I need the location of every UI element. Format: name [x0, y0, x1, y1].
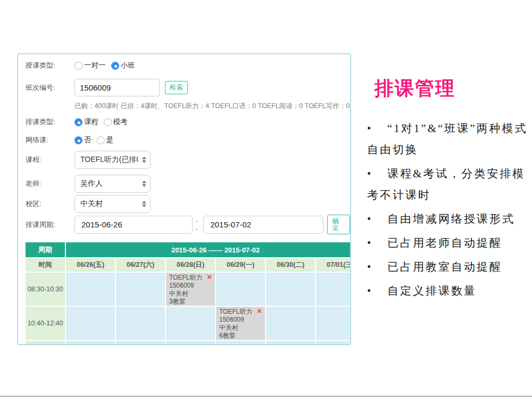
empty-slot-cell[interactable] — [216, 273, 265, 306]
feature-bullet: •课程&考试，分类安排模考不计课时 — [367, 163, 532, 206]
radio-yes-label: 是 — [106, 135, 114, 145]
radio-mock-exam[interactable]: 模考 — [104, 117, 128, 127]
empty-slot-cell[interactable] — [216, 341, 265, 345]
time-slot-label — [26, 341, 65, 345]
feature-list: •“1对1”&“班课”两种模式自由切换 •课程&考试，分类安排模考不计课时 •自… — [367, 118, 532, 301]
empty-slot-cell[interactable] — [66, 307, 115, 340]
campus-select-value: 中关村 — [80, 199, 103, 209]
course-row: 课程: TOEFL听力(已排0课 — [26, 151, 151, 169]
radio-no-label: 否 — [84, 135, 92, 145]
radio-small-class-label: 小班 — [121, 61, 135, 70]
scheduled-class-cell[interactable]: × TOEFL听力 1506009 中关村 3教室 — [166, 273, 215, 306]
period-corner-header: 周期 — [26, 242, 65, 257]
time-column-header: 时间 — [26, 258, 65, 272]
select-arrows-icon — [142, 157, 146, 163]
event-class-number: 1506009 — [169, 282, 212, 290]
campus-select[interactable]: 中关村 — [74, 195, 151, 213]
radio-yes[interactable]: 是 — [97, 135, 114, 145]
empty-slot-cell[interactable] — [316, 341, 351, 345]
empty-slot-cell[interactable] — [166, 341, 215, 345]
bullet-marker: • — [367, 208, 387, 230]
date-range-header: 2015-06-26 —— 2015-07-02 — [66, 242, 351, 257]
event-class-number: 1506009 — [219, 316, 262, 324]
period-start-input[interactable]: 2015-06-26 — [74, 216, 193, 234]
teaching-type-row: 授课类型: 一对一 小班 — [26, 61, 140, 70]
course-select-value: TOEFL听力(已排0课 — [80, 155, 138, 165]
feature-bullet: •已占用老师自动提醒 — [367, 232, 532, 254]
delete-class-icon[interactable]: × — [207, 273, 212, 281]
empty-slot-cell[interactable] — [116, 273, 165, 306]
bullet-marker: • — [367, 256, 387, 277]
online-class-label: 网络课: — [26, 135, 74, 145]
event-course-name: TOEFL听力 — [169, 274, 212, 282]
scheduled-class-cell[interactable]: × TOEFL听力 1506009 中关村 6教室 — [216, 307, 265, 340]
period-row: 排课周期: 2015-06-26 -- 2015-07-02 确定 — [26, 215, 350, 234]
slide: 授课类型: 一对一 小班 班次编号: 检索 已购：400课时 已排：4课时、TO… — [0, 0, 532, 400]
period-end-input[interactable]: 2015-07-02 — [203, 216, 323, 234]
online-class-row: 网络课: 否 是 — [26, 135, 119, 145]
event-room: 3教室 — [169, 298, 212, 306]
radio-course-label: 课程 — [84, 117, 98, 127]
scheduling-panel: 授课类型: 一对一 小班 班次编号: 检索 已购：400课时 已排：4课时、TO… — [17, 53, 351, 345]
purchased-hours-info: 已购：400课时 已排：4课时、TOEFL听力：4 TOEFL口语：0 TOEF… — [74, 102, 350, 111]
bullet-marker: • — [367, 163, 387, 184]
feature-text: 课程&考试，分类安排模考不计课时 — [367, 167, 525, 201]
radio-small-class[interactable]: 小班 — [111, 61, 135, 70]
day-header: 06/30(二) — [266, 258, 315, 272]
day-header: 06/28(日) — [166, 258, 215, 272]
class-number-label: 班次编号: — [26, 83, 74, 93]
event-campus: 中关村 — [169, 290, 212, 298]
teacher-row: 老师: 吴作人 — [26, 175, 151, 193]
feature-text: 自由增减网络授课形式 — [387, 213, 515, 225]
bullet-marker: • — [367, 280, 387, 301]
empty-slot-cell[interactable] — [116, 341, 165, 345]
empty-slot-cell[interactable] — [316, 307, 351, 340]
schedule-type-label: 排课类型: — [26, 117, 74, 127]
day-header: 06/29(一) — [216, 258, 265, 272]
day-header: 07/01(三) — [316, 258, 351, 272]
radio-one-on-one-label: 一对一 — [84, 61, 106, 70]
class-number-row: 班次编号: 检索 — [26, 79, 188, 96]
day-header: 06/26(五) — [66, 258, 115, 272]
feature-bullet: •自由增减网络授课形式 — [367, 208, 532, 230]
empty-slot-cell[interactable] — [66, 341, 115, 345]
time-slot-label: 10:40-12:40 — [26, 307, 65, 340]
teaching-type-label: 授课类型: — [26, 61, 74, 70]
teacher-select[interactable]: 吴作人 — [74, 175, 151, 193]
slide-bottom-edge — [0, 396, 532, 397]
table-row: 08:30-10:30 × TOEFL听力 1506009 中关村 3教室 — [26, 273, 351, 306]
teacher-select-value: 吴作人 — [80, 179, 103, 189]
schedule-table-wrap: 周期 2015-06-26 —— 2015-07-02 时间 06/26(五) … — [24, 241, 351, 345]
radio-mock-exam-label: 模考 — [113, 117, 128, 127]
radio-course[interactable]: 课程 — [74, 117, 98, 127]
day-header: 06/27(六) — [116, 258, 165, 272]
schedule-table: 周期 2015-06-26 —— 2015-07-02 时间 06/26(五) … — [24, 241, 351, 345]
select-arrows-icon — [142, 201, 146, 207]
radio-one-on-one[interactable]: 一对一 — [74, 61, 106, 70]
campus-label: 校区: — [26, 199, 74, 209]
select-arrows-icon — [142, 181, 146, 187]
feature-bullet: •“1对1”&“班课”两种模式自由切换 — [367, 118, 532, 160]
schedule-type-row: 排课类型: 课程 模考 — [26, 117, 133, 127]
event-course-name: TOEFL听力 — [219, 308, 262, 316]
empty-slot-cell[interactable] — [116, 307, 165, 340]
feature-panel: 排课管理 •“1对1”&“班课”两种模式自由切换 •课程&考试，分类安排模考不计… — [367, 76, 532, 304]
search-button[interactable]: 检索 — [165, 81, 188, 94]
empty-slot-cell[interactable] — [266, 341, 315, 345]
course-select[interactable]: TOEFL听力(已排0课 — [74, 151, 151, 169]
radio-unselected-icon — [97, 136, 105, 144]
course-label: 课程: — [26, 155, 74, 165]
period-label: 排课周期: — [26, 220, 74, 230]
empty-slot-cell[interactable] — [266, 307, 315, 340]
radio-no[interactable]: 否 — [74, 135, 92, 145]
delete-class-icon[interactable]: × — [257, 307, 262, 315]
empty-slot-cell[interactable] — [66, 273, 115, 306]
empty-slot-cell[interactable] — [266, 273, 315, 306]
class-number-input[interactable] — [74, 79, 160, 96]
bullet-marker: • — [367, 118, 387, 139]
confirm-button[interactable]: 确定 — [327, 215, 350, 234]
feature-text: 已占用老师自动提醒 — [387, 236, 502, 249]
empty-slot-cell[interactable] — [316, 273, 351, 306]
empty-slot-cell[interactable] — [166, 307, 215, 340]
event-campus: 中关村 — [219, 324, 262, 332]
